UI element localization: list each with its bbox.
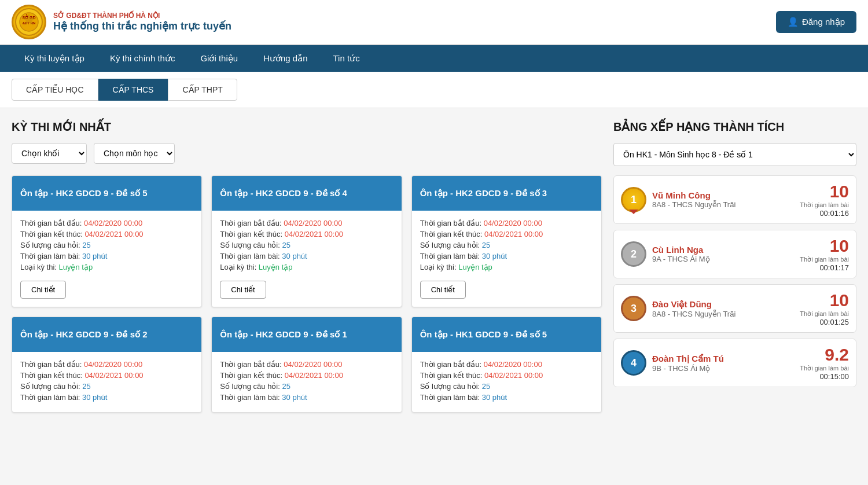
rank-school: 9A - THCS Ái Mộ [652,255,794,263]
card-time: Thời gian làm bài: 30 phút [20,252,193,260]
card-end: Thời gian kết thúc: 04/02/2021 00:00 [420,371,593,380]
rank-badge: 4 [621,350,646,376]
rank-score-section: 10 Thời gian làm bài 00:01:16 [800,182,849,218]
rank-school: 9B - THCS Ái Mộ [652,364,794,373]
detail-button[interactable]: Chi tiết [20,281,66,299]
detail-button[interactable]: Chi tiết [220,281,266,299]
header: SỞ GD &ĐT HN SỞ GD&ĐT THÀNH PHỐ HÀ NỘI H… [0,0,868,45]
card-body: Thời gian bắt đầu: 04/02/2020 00:00 Thời… [412,352,601,412]
card-type: Loại kỳ thi: Luyện tập [20,263,193,271]
card-type: Loại kỳ thi: Luyện tập [220,263,393,271]
card-end: Thời gian kết thúc: 04/02/2021 00:00 [420,230,593,238]
nav-item-chinh-thuc[interactable]: Kỳ thi chính thức [97,45,188,72]
card-start: Thời gian bắt đầu: 04/02/2020 00:00 [20,219,193,227]
rank-score: 9.2 [800,345,849,365]
leaderboard-select[interactable]: Ôn HK1 - Môn Sinh học 8 - Đề số 1 [613,143,856,166]
mon-hoc-select[interactable]: Chọn môn học [94,143,175,164]
card-end: Thời gian kết thúc: 04/02/2021 00:00 [220,230,393,238]
card-time: Thời gian làm bài: 30 phút [420,393,593,402]
right-panel: BẢNG XẾP HẠNG THÀNH TÍCH Ôn HK1 - Môn Si… [613,120,856,413]
card-end: Thời gian kết thúc: 04/02/2021 00:00 [20,230,193,238]
tab-tieu-hoc[interactable]: CẤP TIỂU HỌC [12,79,98,101]
rank-badge: 1 [621,187,646,212]
rank-item: 4 Đoàn Thị Cẩm Tú 9B - THCS Ái Mộ 9.2 Th… [613,339,856,387]
filters: Chọn khối Chọn môn học [12,143,602,164]
leaderboard-title: BẢNG XẾP HẠNG THÀNH TÍCH [613,120,856,134]
rank-badge: 2 [621,241,646,267]
khoi-select[interactable]: Chọn khối [12,143,87,164]
rank-badge: 3 [621,296,646,321]
card-time: Thời gian làm bài: 30 phút [420,252,593,260]
exam-card: Ôn tập - HK2 GDCD 9 - Đề số 3 Thời gian … [411,175,602,307]
rank-score-section: 9.2 Thời gian làm bài 00:15:00 [800,345,849,381]
card-end: Thời gian kết thúc: 04/02/2021 00:00 [20,371,193,380]
rank-score-section: 10 Thời gian làm bài 00:01:17 [800,236,849,272]
rankings-list: 1 Vũ Minh Công 8A8 - THCS Nguyễn Trãi 10… [613,175,856,387]
rank-time: 00:15:00 [800,372,849,381]
rank-time-label: Thời gian làm bài [800,256,849,263]
rank-time-label: Thời gian làm bài [800,365,849,372]
level-tabs: CẤP TIỂU HỌC CẤP THCS CẤP THPT [0,72,868,108]
rank-time-label: Thời gian làm bài [800,201,849,209]
exam-card: Ôn tập - HK2 GDCD 9 - Đề số 4 Thời gian … [211,175,402,307]
rank-school: 8A8 - THCS Nguyễn Trãi [652,200,794,209]
exam-card: Ôn tập - HK2 GDCD 9 - Đề số 1 Thời gian … [211,317,402,413]
tab-thpt[interactable]: CẤP THPT [168,79,237,101]
card-questions: Số lượng câu hỏi: 25 [220,241,393,249]
detail-button[interactable]: Chi tiết [420,281,466,299]
card-type: Loại kỳ thi: Luyện tập [420,263,593,271]
card-questions: Số lượng câu hỏi: 25 [420,382,593,391]
leaderboard-dropdown: Ôn HK1 - Môn Sinh học 8 - Đề số 1 [613,143,856,166]
card-title: Ôn tập - HK2 GDCD 9 - Đề số 3 [412,176,601,211]
nav-item-gioi-thieu[interactable]: Giới thiệu [187,45,251,72]
rank-info: Vũ Minh Công 8A8 - THCS Nguyễn Trãi [652,190,794,209]
login-button[interactable]: 👤 Đăng nhập [776,11,856,33]
logo: SỞ GD &ĐT HN [12,5,46,39]
card-title: Ôn tập - HK2 GDCD 9 - Đề số 1 [212,317,401,352]
login-icon: 👤 [788,17,799,27]
header-left: SỞ GD &ĐT HN SỞ GD&ĐT THÀNH PHỐ HÀ NỘI H… [12,5,231,39]
card-body: Thời gian bắt đầu: 04/02/2020 00:00 Thời… [212,211,401,307]
card-title: Ôn tập - HK2 GDCD 9 - Đề số 2 [12,317,201,352]
card-questions: Số lượng câu hỏi: 25 [20,241,193,249]
org-line2: Hệ thống thi trắc nghiệm trực tuyến [53,20,231,32]
nav-item-luyen-tap[interactable]: Kỳ thi luyện tập [12,45,97,72]
card-questions: Số lượng câu hỏi: 25 [420,241,593,249]
nav-item-huong-dan[interactable]: Hướng dẫn [251,45,320,72]
exam-card: Ôn tập - HK2 GDCD 9 - Đề số 2 Thời gian … [12,317,202,413]
rank-school: 8A8 - THCS Nguyễn Trãi [652,310,794,318]
card-questions: Số lượng câu hỏi: 25 [20,382,193,391]
rank-score: 10 [800,182,849,201]
card-time: Thời gian làm bài: 30 phút [220,252,393,260]
rank-score: 10 [800,236,849,256]
rank-name: Cù Linh Nga [652,245,794,255]
rank-item: 1 Vũ Minh Công 8A8 - THCS Nguyễn Trãi 10… [613,175,856,224]
rank-item: 3 Đào Việt Dũng 8A8 - THCS Nguyễn Trãi 1… [613,284,856,333]
login-label: Đăng nhập [802,17,845,27]
rank-time-label: Thời gian làm bài [800,310,849,318]
card-start: Thời gian bắt đầu: 04/02/2020 00:00 [420,219,593,227]
card-start: Thời gian bắt đầu: 04/02/2020 00:00 [420,360,593,369]
card-body: Thời gian bắt đầu: 04/02/2020 00:00 Thời… [12,352,201,412]
rank-name: Đào Việt Dũng [652,299,794,310]
exam-card: Ôn tập - HK1 GDCD 9 - Đề số 5 Thời gian … [411,317,602,413]
card-time: Thời gian làm bài: 30 phút [20,393,193,402]
card-body: Thời gian bắt đầu: 04/02/2020 00:00 Thời… [212,352,401,412]
rank-info: Cù Linh Nga 9A - THCS Ái Mộ [652,245,794,263]
card-start: Thời gian bắt đầu: 04/02/2020 00:00 [20,360,193,369]
rank-info: Đoàn Thị Cẩm Tú 9B - THCS Ái Mộ [652,354,794,373]
rank-time: 00:01:17 [800,263,849,272]
card-title: Ôn tập - HK2 GDCD 9 - Đề số 4 [212,176,401,211]
org-line1: SỞ GD&ĐT THÀNH PHỐ HÀ NỘI [53,12,231,20]
card-questions: Số lượng câu hỏi: 25 [220,382,393,391]
nav-item-tin-tuc[interactable]: Tin tức [321,45,373,72]
card-start: Thời gian bắt đầu: 04/02/2020 00:00 [220,219,393,227]
rank-time: 00:01:16 [800,209,849,218]
main-content: KỲ THI MỚI NHẤT Chọn khối Chọn môn học Ô… [0,108,868,424]
card-title: Ôn tập - HK2 GDCD 9 - Đề số 5 [12,176,201,211]
card-time: Thời gian làm bài: 30 phút [220,393,393,402]
card-body: Thời gian bắt đầu: 04/02/2020 00:00 Thời… [412,211,601,307]
rank-score: 10 [800,291,849,310]
rank-info: Đào Việt Dũng 8A8 - THCS Nguyễn Trãi [652,299,794,318]
tab-thcs[interactable]: CẤP THCS [98,79,168,101]
